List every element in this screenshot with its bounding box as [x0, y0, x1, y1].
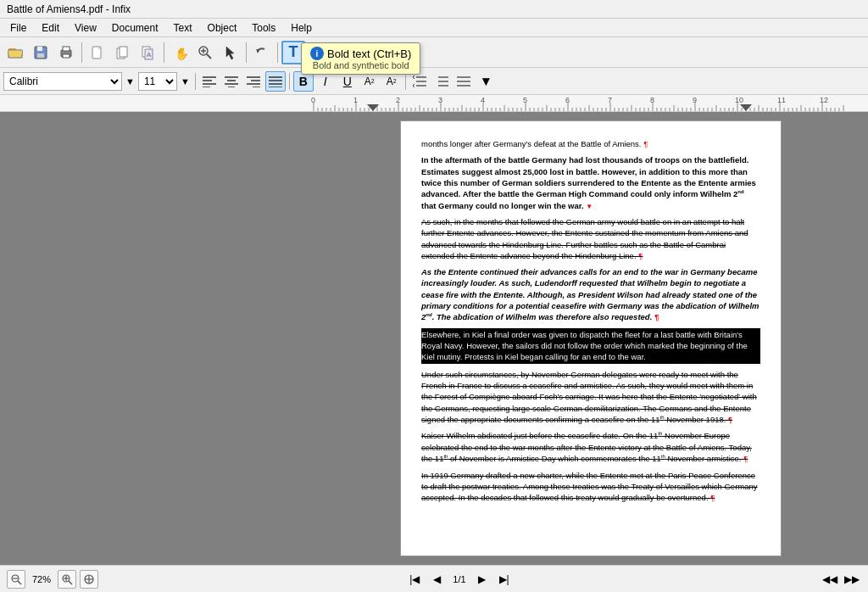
align-justify-button[interactable] [265, 71, 286, 92]
menu-object[interactable]: Object [201, 20, 244, 36]
zoom-in-button[interactable] [58, 570, 76, 589]
line-spacing-3-button[interactable] [453, 71, 474, 92]
ruler [0, 95, 868, 112]
next-section-button[interactable]: ▶▶ [843, 570, 861, 589]
svg-text:✋: ✋ [175, 47, 187, 60]
font-size-select[interactable]: 11 [138, 72, 177, 91]
svg-rect-5 [63, 47, 70, 51]
tooltip: i Bold text (Ctrl+B) Bold and synthetic … [301, 42, 420, 75]
font-dropdown-arrow: ▼ [125, 76, 135, 87]
sep1 [81, 42, 82, 63]
first-page-button[interactable]: |◀ [405, 570, 424, 589]
prev-page-button[interactable]: ◀ [427, 570, 446, 589]
zoom-level: 72% [29, 574, 54, 584]
sep3 [246, 42, 247, 63]
document-page: months longer after Germany's defeat at … [400, 120, 782, 556]
align-right-button[interactable] [243, 71, 264, 92]
tooltip-header: i Bold text (Ctrl+B) [310, 47, 411, 60]
para-6: Under such circumstances, by November Ge… [421, 369, 760, 426]
title-text: Battle of Amiens4.pdf - Infix [7, 3, 131, 15]
title-bar: Battle of Amiens4.pdf - Infix [0, 0, 868, 19]
content-area: months longer after Germany's defeat at … [0, 112, 868, 565]
undo-button[interactable] [250, 41, 274, 64]
another-doc-button[interactable]: A [136, 41, 160, 64]
menu-edit[interactable]: Edit [35, 20, 66, 36]
menu-view[interactable]: View [68, 20, 103, 36]
svg-rect-9 [120, 47, 127, 57]
sep4 [277, 42, 278, 63]
format-sep1 [195, 73, 196, 90]
prev-section-button[interactable]: ◀◀ [821, 570, 839, 589]
menu-bar: File Edit View Document Text Object Tool… [0, 19, 868, 37]
svg-rect-2 [37, 47, 42, 51]
para-7: Kaiser Wilhelm abdicated just before the… [421, 430, 760, 464]
para-8: In 1919 Germany drafted a new charter, w… [421, 470, 760, 504]
size-dropdown-arrow: ▼ [181, 76, 190, 87]
last-page-button[interactable]: ▶| [495, 570, 514, 589]
menu-tools[interactable]: Tools [245, 20, 282, 36]
tooltip-title: Bold text (Ctrl+B) [327, 47, 411, 60]
fit-page-button[interactable] [80, 570, 98, 589]
svg-line-44 [18, 581, 21, 584]
align-left-button[interactable] [199, 71, 220, 92]
select-button[interactable] [219, 41, 242, 64]
para-4: As the Entente continued their advances … [421, 266, 760, 323]
align-center-button[interactable] [221, 71, 242, 92]
left-panel [0, 112, 314, 565]
next-page-button[interactable]: ▶ [473, 570, 492, 589]
para-1: months longer after Germany's defeat at … [421, 138, 760, 149]
svg-line-47 [69, 581, 72, 584]
menu-document[interactable]: Document [105, 20, 165, 36]
para-5: Elsewhere, in Kiel a final order was giv… [421, 328, 760, 364]
menu-file[interactable]: File [3, 20, 33, 36]
zoom-out-button[interactable] [7, 570, 25, 589]
menu-help[interactable]: Help [284, 20, 319, 36]
format-sep3 [405, 73, 406, 90]
font-family-select[interactable]: Calibri [3, 72, 122, 91]
zoom-button[interactable] [193, 41, 217, 64]
para-2: In the aftermath of the battle Germany h… [421, 154, 760, 211]
open-button[interactable] [3, 41, 27, 64]
print-button[interactable] [54, 41, 78, 64]
menu-text[interactable]: Text [167, 20, 199, 36]
hand-tool-button[interactable]: ✋ [168, 41, 192, 64]
save-button[interactable] [29, 41, 53, 64]
sep2 [164, 42, 164, 63]
svg-rect-3 [37, 53, 44, 58]
new-doc-button[interactable] [86, 41, 109, 64]
status-bar: 72% |◀ ◀ 1/1 ▶ ▶| ◀◀ ▶▶ [0, 565, 868, 592]
tooltip-subtitle: Bold and synthetic bold [313, 60, 409, 70]
page-counter: 1/1 [449, 574, 469, 584]
copy-button[interactable] [111, 41, 135, 64]
document-area[interactable]: months longer after Germany's defeat at … [314, 112, 868, 565]
para-3: As such, in the months that followed the… [421, 216, 760, 261]
format-sep2 [289, 73, 290, 90]
svg-line-15 [207, 54, 211, 59]
svg-text:A: A [147, 51, 152, 59]
svg-rect-6 [63, 54, 70, 58]
line-spacing-2-button[interactable] [431, 71, 452, 92]
more-format-button[interactable]: ▾ [476, 71, 496, 92]
format-toolbar: Calibri ▼ 11 ▼ B I U A2 A2 ▾ [0, 68, 868, 95]
toolbar: A ✋ T T [0, 37, 868, 68]
tooltip-icon: i [310, 47, 324, 60]
